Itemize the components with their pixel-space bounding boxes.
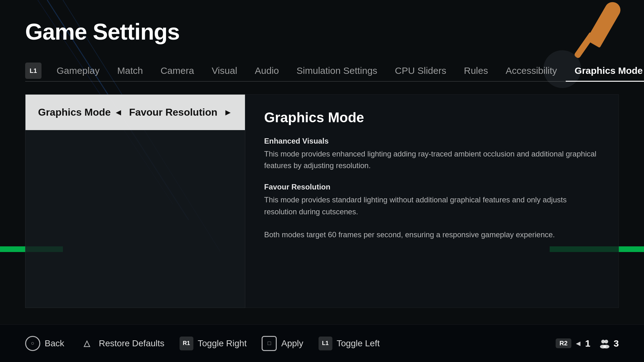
bottom-bar: ○ Back △ Restore Defaults R1 Toggle Righ… <box>0 324 644 362</box>
right-panel: Graphics Mode Enhanced Visuals This mode… <box>245 94 619 308</box>
tab-rules[interactable]: Rules <box>455 60 497 81</box>
players-icon <box>599 338 610 349</box>
back-label: Back <box>45 338 64 348</box>
tab-gameplay[interactable]: Gameplay <box>48 60 108 81</box>
bottom-actions: ○ Back △ Restore Defaults R1 Toggle Righ… <box>25 336 556 351</box>
setting-value: Favour Resolution <box>129 107 217 118</box>
svg-point-4 <box>604 340 608 343</box>
setting-label: Graphics Mode <box>38 107 111 118</box>
restore-defaults-action[interactable]: △ Restore Defaults <box>79 336 164 351</box>
apply-action[interactable]: □ Apply <box>262 336 303 351</box>
info-section-enhanced-body: This mode provides enhanced lighting add… <box>264 148 600 171</box>
tab-camera[interactable]: Camera <box>152 60 203 81</box>
page-title: Game Settings <box>25 19 619 45</box>
info-section-favour: Favour Resolution This mode provides sta… <box>264 183 600 217</box>
r1-icon: R1 <box>180 337 193 350</box>
apply-label: Apply <box>281 338 303 348</box>
info-section-favour-title: Favour Resolution <box>264 183 600 191</box>
tab-simulation[interactable]: Simulation Settings <box>288 60 386 81</box>
tab-cpu-sliders[interactable]: CPU Sliders <box>386 60 455 81</box>
circle-icon: ○ <box>25 336 40 351</box>
info-section-enhanced: Enhanced Visuals This mode provides enha… <box>264 137 600 171</box>
nav-arrow-icon: ◄ <box>575 339 582 348</box>
left-panel: Graphics Mode ◄ Favour Resolution ► <box>25 94 245 308</box>
info-section-favour-body: This mode provides standard lighting wit… <box>264 194 600 217</box>
toggle-right-label: Toggle Right <box>198 338 247 348</box>
tab-audio[interactable]: Audio <box>246 60 288 81</box>
players-item: 3 <box>599 338 619 349</box>
content-area: Graphics Mode ◄ Favour Resolution ► Grap… <box>25 94 619 308</box>
back-action[interactable]: ○ Back <box>25 336 64 351</box>
l1-icon: L1 <box>319 337 332 350</box>
r2-nav-item: R2 ◄ 1 <box>556 338 590 349</box>
toggle-left-action[interactable]: L1 Toggle Left <box>319 337 380 350</box>
tab-graphics-mode[interactable]: Graphics Mode <box>566 60 644 81</box>
info-section-enhanced-title: Enhanced Visuals <box>264 137 600 145</box>
restore-defaults-label: Restore Defaults <box>99 338 164 348</box>
arrow-left-icon[interactable]: ◄ <box>114 107 123 118</box>
bottom-right: R2 ◄ 1 3 <box>556 338 619 349</box>
setting-row-graphics-mode: Graphics Mode ◄ Favour Resolution ► <box>25 95 245 130</box>
arrow-right-icon[interactable]: ► <box>224 107 232 118</box>
tab-match[interactable]: Match <box>108 60 152 81</box>
r2-badge: R2 <box>556 338 571 348</box>
triangle-icon: △ <box>79 336 94 351</box>
count-1: 1 <box>585 338 591 349</box>
info-title: Graphics Mode <box>264 110 600 125</box>
tab-visual[interactable]: Visual <box>203 60 246 81</box>
count-2: 3 <box>613 338 619 349</box>
toggle-right-action[interactable]: R1 Toggle Right <box>180 337 247 350</box>
svg-point-6 <box>603 345 609 348</box>
tab-accessibility[interactable]: Accessibility <box>497 60 566 81</box>
l1-badge: L1 <box>25 63 42 79</box>
setting-control: ◄ Favour Resolution ► <box>114 107 232 118</box>
nav-tabs: L1 Gameplay Match Camera Visual Audio Si… <box>25 60 619 82</box>
square-icon: □ <box>262 336 277 351</box>
toggle-left-label: Toggle Left <box>337 338 380 348</box>
info-note: Both modes target 60 frames per second, … <box>264 229 600 240</box>
